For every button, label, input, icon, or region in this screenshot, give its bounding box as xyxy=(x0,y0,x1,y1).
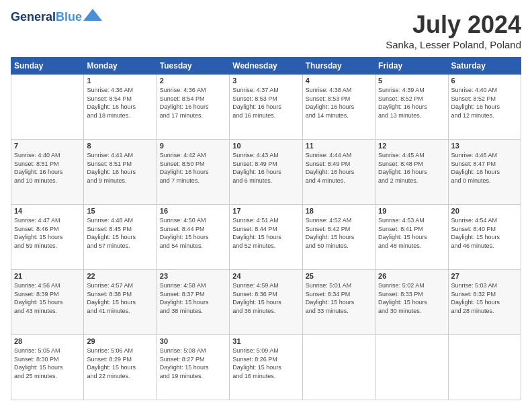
day-number: 25 xyxy=(306,272,372,280)
day-number: 21 xyxy=(14,272,81,280)
cell-text: Sunrise: 4:42 AM Sunset: 8:50 PM Dayligh… xyxy=(160,151,226,185)
cell-text: Sunrise: 5:06 AM Sunset: 8:29 PM Dayligh… xyxy=(87,347,153,380)
day-number: 3 xyxy=(232,77,299,85)
location-title: Sanka, Lesser Poland, Poland xyxy=(386,39,521,50)
day-number: 1 xyxy=(87,77,153,85)
table-cell: 2Sunrise: 4:36 AM Sunset: 8:54 PM Daylig… xyxy=(157,75,229,140)
table-cell: 7Sunrise: 4:40 AM Sunset: 8:51 PM Daylig… xyxy=(11,140,84,205)
day-number: 27 xyxy=(451,272,518,280)
cell-text: Sunrise: 4:40 AM Sunset: 8:52 PM Dayligh… xyxy=(451,86,518,120)
day-number: 15 xyxy=(87,207,153,215)
day-number: 10 xyxy=(232,142,299,150)
day-number: 29 xyxy=(87,337,153,345)
table-cell: 9Sunrise: 4:42 AM Sunset: 8:50 PM Daylig… xyxy=(157,140,229,205)
cell-text: Sunrise: 4:50 AM Sunset: 8:44 PM Dayligh… xyxy=(160,216,226,250)
day-number: 23 xyxy=(160,272,226,280)
table-cell: 12Sunrise: 4:45 AM Sunset: 8:48 PM Dayli… xyxy=(375,140,448,205)
title-section: July 2024 Sanka, Lesser Poland, Poland xyxy=(386,11,521,50)
table-cell: 19Sunrise: 4:53 AM Sunset: 8:41 PM Dayli… xyxy=(375,205,448,270)
cell-text: Sunrise: 4:52 AM Sunset: 8:42 PM Dayligh… xyxy=(306,216,372,250)
cell-text: Sunrise: 4:54 AM Sunset: 8:40 PM Dayligh… xyxy=(451,216,518,250)
day-number: 20 xyxy=(451,207,518,215)
cell-text: Sunrise: 4:46 AM Sunset: 8:47 PM Dayligh… xyxy=(451,151,518,185)
logo: GeneralBlue xyxy=(11,11,102,24)
table-cell xyxy=(11,75,84,140)
day-number: 16 xyxy=(160,207,226,215)
table-cell: 24Sunrise: 4:59 AM Sunset: 8:36 PM Dayli… xyxy=(230,270,302,335)
calendar-week-row: 1Sunrise: 4:36 AM Sunset: 8:54 PM Daylig… xyxy=(11,75,521,140)
day-number: 12 xyxy=(378,142,445,150)
day-number: 28 xyxy=(14,337,81,345)
cell-text: Sunrise: 5:02 AM Sunset: 8:33 PM Dayligh… xyxy=(378,281,445,315)
calendar-week-row: 14Sunrise: 4:47 AM Sunset: 8:46 PM Dayli… xyxy=(11,205,521,270)
table-cell: 27Sunrise: 5:03 AM Sunset: 8:32 PM Dayli… xyxy=(448,270,521,335)
table-cell: 23Sunrise: 4:58 AM Sunset: 8:37 PM Dayli… xyxy=(157,270,229,335)
header-wednesday: Wednesday xyxy=(230,58,302,75)
cell-text: Sunrise: 4:59 AM Sunset: 8:36 PM Dayligh… xyxy=(232,281,299,315)
day-number: 24 xyxy=(232,272,299,280)
table-cell: 30Sunrise: 5:08 AM Sunset: 8:27 PM Dayli… xyxy=(157,335,229,400)
header-saturday: Saturday xyxy=(448,58,521,75)
cell-text: Sunrise: 4:51 AM Sunset: 8:44 PM Dayligh… xyxy=(232,216,299,250)
header-monday: Monday xyxy=(84,58,157,75)
cell-text: Sunrise: 4:56 AM Sunset: 8:39 PM Dayligh… xyxy=(14,281,81,315)
table-cell: 29Sunrise: 5:06 AM Sunset: 8:29 PM Dayli… xyxy=(84,335,157,400)
cell-text: Sunrise: 5:08 AM Sunset: 8:27 PM Dayligh… xyxy=(160,347,226,380)
day-number: 9 xyxy=(160,142,226,150)
table-cell: 22Sunrise: 4:57 AM Sunset: 8:38 PM Dayli… xyxy=(84,270,157,335)
svg-marker-0 xyxy=(83,9,102,21)
table-cell xyxy=(302,335,375,400)
logo-icon xyxy=(83,9,102,21)
cell-text: Sunrise: 4:38 AM Sunset: 8:53 PM Dayligh… xyxy=(306,86,372,120)
table-cell: 8Sunrise: 4:41 AM Sunset: 8:51 PM Daylig… xyxy=(84,140,157,205)
day-number: 31 xyxy=(232,337,299,345)
day-number: 2 xyxy=(160,77,226,85)
page: GeneralBlue July 2024 Sanka, Lesser Pola… xyxy=(0,0,532,411)
calendar-week-row: 28Sunrise: 5:05 AM Sunset: 8:30 PM Dayli… xyxy=(11,335,521,400)
day-number: 17 xyxy=(232,207,299,215)
table-cell: 16Sunrise: 4:50 AM Sunset: 8:44 PM Dayli… xyxy=(157,205,229,270)
cell-text: Sunrise: 4:57 AM Sunset: 8:38 PM Dayligh… xyxy=(87,281,153,315)
header-tuesday: Tuesday xyxy=(157,58,229,75)
table-cell: 11Sunrise: 4:44 AM Sunset: 8:49 PM Dayli… xyxy=(302,140,375,205)
day-number: 18 xyxy=(306,207,372,215)
day-number: 26 xyxy=(378,272,445,280)
calendar-week-row: 21Sunrise: 4:56 AM Sunset: 8:39 PM Dayli… xyxy=(11,270,521,335)
table-cell: 28Sunrise: 5:05 AM Sunset: 8:30 PM Dayli… xyxy=(11,335,84,400)
table-cell: 3Sunrise: 4:37 AM Sunset: 8:53 PM Daylig… xyxy=(230,75,302,140)
cell-text: Sunrise: 4:37 AM Sunset: 8:53 PM Dayligh… xyxy=(232,86,299,120)
table-cell: 17Sunrise: 4:51 AM Sunset: 8:44 PM Dayli… xyxy=(230,205,302,270)
logo-text: GeneralBlue xyxy=(11,11,82,24)
table-cell: 13Sunrise: 4:46 AM Sunset: 8:47 PM Dayli… xyxy=(448,140,521,205)
calendar-header-row: Sunday Monday Tuesday Wednesday Thursday… xyxy=(11,58,521,75)
table-cell: 14Sunrise: 4:47 AM Sunset: 8:46 PM Dayli… xyxy=(11,205,84,270)
cell-text: Sunrise: 4:36 AM Sunset: 8:54 PM Dayligh… xyxy=(160,86,226,120)
cell-text: Sunrise: 4:40 AM Sunset: 8:51 PM Dayligh… xyxy=(14,151,81,185)
table-cell: 5Sunrise: 4:39 AM Sunset: 8:52 PM Daylig… xyxy=(375,75,448,140)
cell-text: Sunrise: 4:47 AM Sunset: 8:46 PM Dayligh… xyxy=(14,216,81,250)
cell-text: Sunrise: 4:45 AM Sunset: 8:48 PM Dayligh… xyxy=(378,151,445,185)
day-number: 11 xyxy=(306,142,372,150)
table-cell: 31Sunrise: 5:09 AM Sunset: 8:26 PM Dayli… xyxy=(230,335,302,400)
cell-text: Sunrise: 4:53 AM Sunset: 8:41 PM Dayligh… xyxy=(378,216,445,250)
day-number: 30 xyxy=(160,337,226,345)
month-title: July 2024 xyxy=(386,11,521,39)
table-cell xyxy=(448,335,521,400)
table-cell: 25Sunrise: 5:01 AM Sunset: 8:34 PM Dayli… xyxy=(302,270,375,335)
day-number: 13 xyxy=(451,142,518,150)
table-cell: 18Sunrise: 4:52 AM Sunset: 8:42 PM Dayli… xyxy=(302,205,375,270)
day-number: 7 xyxy=(14,142,81,150)
cell-text: Sunrise: 5:01 AM Sunset: 8:34 PM Dayligh… xyxy=(306,281,372,315)
cell-text: Sunrise: 4:36 AM Sunset: 8:54 PM Dayligh… xyxy=(87,86,153,120)
header: GeneralBlue July 2024 Sanka, Lesser Pola… xyxy=(11,11,521,50)
table-cell xyxy=(375,335,448,400)
header-sunday: Sunday xyxy=(11,58,84,75)
header-thursday: Thursday xyxy=(302,58,375,75)
cell-text: Sunrise: 4:44 AM Sunset: 8:49 PM Dayligh… xyxy=(306,151,372,185)
header-friday: Friday xyxy=(375,58,448,75)
calendar-table: Sunday Monday Tuesday Wednesday Thursday… xyxy=(11,57,521,400)
cell-text: Sunrise: 4:41 AM Sunset: 8:51 PM Dayligh… xyxy=(87,151,153,185)
day-number: 14 xyxy=(14,207,81,215)
day-number: 19 xyxy=(378,207,445,215)
table-cell: 21Sunrise: 4:56 AM Sunset: 8:39 PM Dayli… xyxy=(11,270,84,335)
